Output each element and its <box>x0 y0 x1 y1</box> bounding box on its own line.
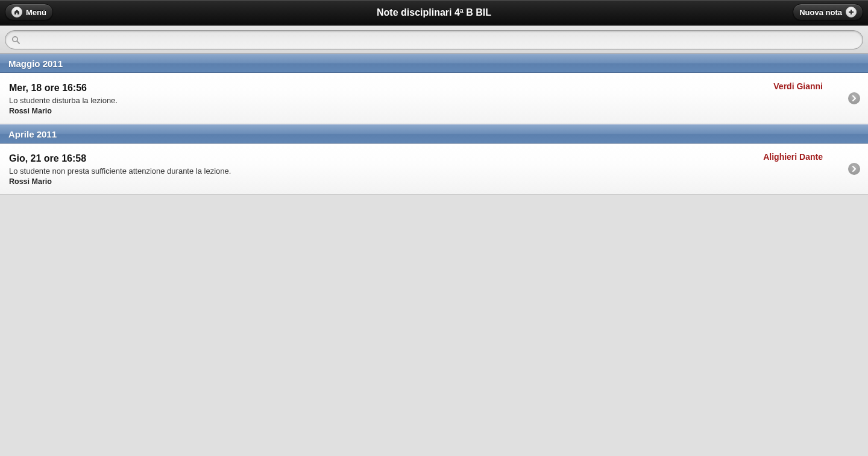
note-datetime: Gio, 21 ore 16:58 <box>9 153 835 164</box>
note-student: Alighieri Dante <box>763 152 823 162</box>
note-item[interactable]: Gio, 21 ore 16:58 Lo studente non presta… <box>0 144 868 195</box>
menu-button[interactable]: Menú <box>5 4 53 21</box>
section-header: Maggio 2011 <box>0 54 868 73</box>
page-title: Note disciplinari 4ª B BIL <box>0 0 868 25</box>
search-bar <box>0 25 868 54</box>
app-header: Note disciplinari 4ª B BIL Menú Nuova no… <box>0 0 868 25</box>
chevron-right-icon <box>848 163 860 175</box>
note-datetime: Mer, 18 ore 16:56 <box>9 83 835 93</box>
home-icon <box>11 7 22 17</box>
search-input[interactable] <box>25 35 857 45</box>
note-author: Rossi Mario <box>9 107 835 115</box>
svg-rect-1 <box>849 11 854 13</box>
svg-line-3 <box>17 41 19 43</box>
note-student: Verdi Gianni <box>773 81 823 91</box>
note-author: Rossi Mario <box>9 177 835 186</box>
plus-icon <box>846 7 857 17</box>
search-field[interactable] <box>5 30 863 49</box>
note-description: Lo studente non presta sufficiente atten… <box>9 166 835 176</box>
new-note-button[interactable]: Nuova nota <box>793 4 863 21</box>
note-description: Lo studente disturba la lezione. <box>9 96 835 105</box>
menu-button-label: Menú <box>26 8 46 17</box>
search-icon <box>11 36 20 45</box>
section-header: Aprile 2011 <box>0 124 868 144</box>
new-note-button-label: Nuova nota <box>799 8 842 17</box>
note-item[interactable]: Mer, 18 ore 16:56 Lo studente disturba l… <box>0 73 868 124</box>
chevron-right-icon <box>848 92 860 104</box>
